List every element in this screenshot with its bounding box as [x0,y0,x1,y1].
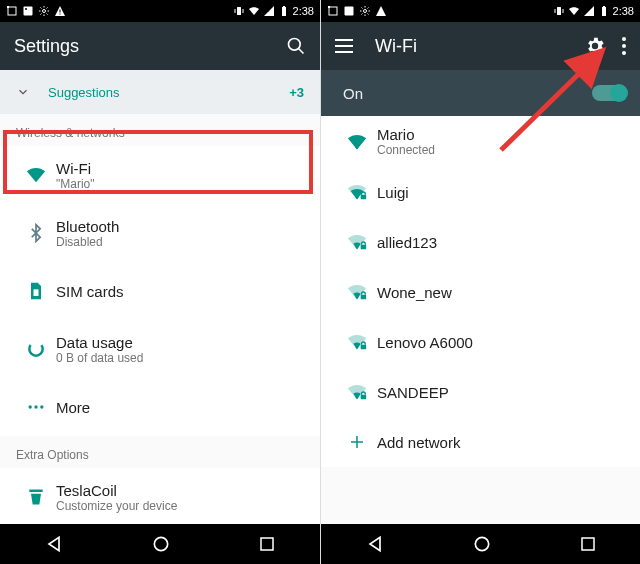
image-icon [22,5,34,17]
sim-icon [16,281,56,301]
network-status: Connected [377,143,435,157]
svg-rect-36 [582,538,594,550]
wifi-screen: 2:38 Wi-Fi On Mario Connected Luigi alli… [320,0,640,564]
svg-point-16 [40,405,43,408]
settings-gear-icon[interactable] [584,35,606,57]
nav-bar [321,524,640,564]
svg-point-22 [364,10,367,13]
svg-rect-24 [602,7,606,16]
wifi-signal-icon [337,131,377,153]
svg-point-26 [622,37,626,41]
more-row[interactable]: More [0,378,320,436]
status-bar: 2:38 [321,0,640,22]
data-usage-label: Data usage [56,334,143,351]
chevron-down-icon [16,85,30,99]
add-network-label: Add network [377,434,460,451]
suggestions-count: +3 [289,85,304,100]
svg-rect-23 [557,7,561,15]
settings-appbar: Settings [0,22,320,70]
recent-button[interactable] [579,535,597,553]
svg-rect-0 [8,7,16,15]
bluetooth-sub: Disabled [56,235,119,249]
search-icon[interactable] [286,36,306,56]
svg-rect-2 [24,7,33,16]
menu-icon[interactable] [335,39,353,53]
teslacoil-sub: Customize your device [56,499,177,513]
battery-icon [278,5,290,17]
warning-icon [54,5,66,17]
wifi-signal-icon [337,281,377,303]
page-title: Settings [14,36,286,57]
back-button[interactable] [44,534,64,554]
svg-rect-7 [237,7,241,15]
sim-label: SIM cards [56,283,124,300]
teslacoil-row[interactable]: TeslaCoil Customize your device [0,468,320,526]
suggestions-row[interactable]: Suggestions +3 [0,70,320,114]
vibrate-icon [233,5,245,17]
gear-icon [359,5,371,17]
svg-point-4 [43,10,46,13]
wifi-status-icon [568,5,580,17]
wifi-signal-icon [337,181,377,203]
svg-rect-10 [283,6,285,7]
warning-icon [375,5,387,17]
network-name: Lenovo A6000 [377,334,473,351]
page-title: Wi-Fi [375,36,584,57]
add-network-row[interactable]: Add network [321,417,640,467]
signal-icon: R [263,5,275,17]
svg-point-27 [622,44,626,48]
gear-icon [38,5,50,17]
screenshot-icon [6,5,18,17]
network-name: SANDEEP [377,384,449,401]
wifi-signal-icon [337,231,377,253]
svg-point-13 [29,342,42,355]
sim-row[interactable]: SIM cards [0,262,320,320]
wifi-toggle[interactable] [592,85,626,101]
svg-point-35 [475,537,488,550]
svg-point-11 [289,39,301,51]
teslacoil-label: TeslaCoil [56,482,177,499]
wifi-sub: "Mario" [56,177,95,191]
network-row[interactable]: Luigi [321,167,640,217]
nav-bar [0,524,320,564]
back-button[interactable] [365,534,385,554]
network-row[interactable]: Mario Connected [321,116,640,167]
network-row[interactable]: SANDEEP [321,367,640,417]
data-usage-row[interactable]: Data usage 0 B of data used [0,320,320,378]
network-name: Wone_new [377,284,452,301]
svg-rect-21 [345,7,354,16]
suggestions-label: Suggestions [48,85,120,100]
network-row[interactable]: Lenovo A6000 [321,317,640,367]
data-usage-icon [16,339,56,359]
wifi-row[interactable]: Wi-Fi "Mario" [0,146,320,204]
network-row[interactable]: allied123 [321,217,640,267]
overflow-icon[interactable] [622,37,626,55]
svg-rect-29 [361,195,367,200]
bluetooth-row[interactable]: Bluetooth Disabled [0,204,320,262]
section-wireless: Wireless & networks [0,114,320,146]
svg-rect-1 [7,6,9,8]
status-bar: R 2:38 [0,0,320,22]
clock: 2:38 [293,5,314,17]
bluetooth-label: Bluetooth [56,218,119,235]
svg-point-14 [29,405,32,408]
svg-rect-20 [328,6,330,8]
svg-point-17 [154,537,167,550]
svg-rect-31 [361,295,367,300]
battery-icon [598,5,610,17]
svg-rect-32 [361,345,367,350]
svg-rect-9 [282,7,286,16]
svg-point-15 [34,405,37,408]
network-name: allied123 [377,234,437,251]
plus-icon [337,433,377,451]
svg-rect-30 [361,245,367,250]
svg-rect-5 [60,10,61,13]
wifi-appbar: Wi-Fi [321,22,640,70]
network-row[interactable]: Wone_new [321,267,640,317]
home-button[interactable] [472,534,492,554]
wifi-toggle-bar: On [321,70,640,116]
settings-screen: R 2:38 Settings Suggestions +3 Wireless … [0,0,320,564]
home-button[interactable] [151,534,171,554]
recent-button[interactable] [258,535,276,553]
svg-rect-12 [34,289,39,296]
